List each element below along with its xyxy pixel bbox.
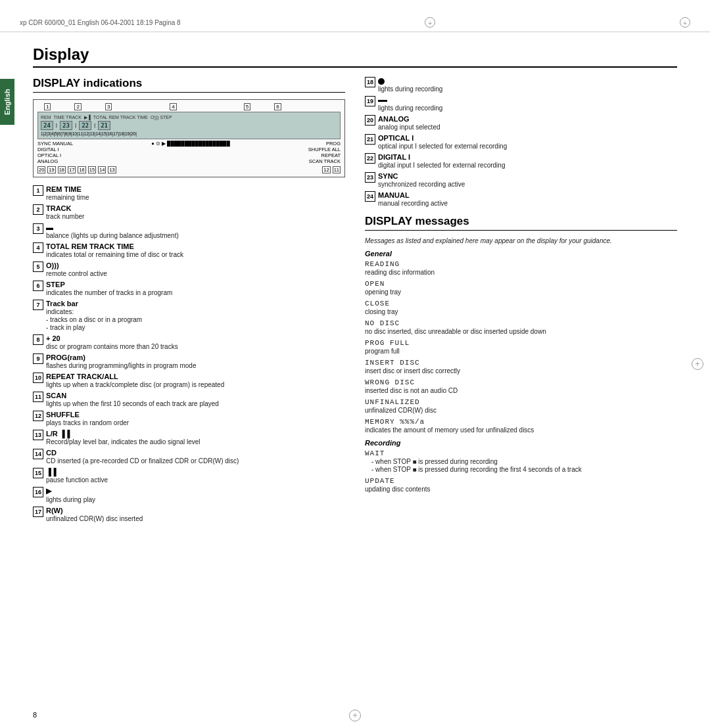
- item-3: 3 ▬ balance (lights up during balance ad…: [33, 223, 345, 239]
- general-subsection-title: General: [365, 250, 677, 258]
- item-12: 12 SHUFFLE plays tracks in random order: [33, 411, 345, 426]
- item-9: 9 PROG(ram) flashes during programming/l…: [33, 353, 345, 369]
- top-bar: xp CDR 600/00_01 English 06-04-2001 18:1…: [0, 13, 710, 32]
- msg-wait: WAIT - when STOP ■ is pressed during rec…: [365, 449, 677, 473]
- item-19: 19 lights during recording: [365, 96, 677, 112]
- item-16: 16 ▶ lights during play: [33, 487, 345, 503]
- item-18: 18 lights during recording: [365, 77, 677, 93]
- left-column: DISPLAY indications 1 2 3 4 5 6: [33, 77, 345, 526]
- top-crosshair-left: +: [425, 17, 435, 28]
- page-title: Display: [33, 45, 677, 68]
- diag-num-3: 3: [105, 103, 112, 110]
- item-13: 13 L/R ▐▐ Record/play level bar, indicat…: [33, 430, 345, 445]
- item-20: 20 ANALOG analog input selected: [365, 115, 677, 131]
- msg-open: OPEN opening tray: [365, 280, 677, 296]
- item-4: 4 TOTAL REM TRACK TIME indicates total o…: [33, 242, 345, 258]
- diag-num-6: 6: [274, 103, 281, 110]
- item-24: 24 MANUAL manual recording active: [365, 191, 677, 207]
- item-8: 8 + 20 disc or program contains more tha…: [33, 334, 345, 350]
- msg-no-disc: NO DISC no disc inserted, disc unreadabl…: [365, 319, 677, 335]
- item-6: 6 STEP indicates the number of tracks in…: [33, 281, 345, 296]
- main-content: Display DISPLAY indications 1 2 3 4 5: [0, 32, 710, 539]
- bullet-icon: [378, 78, 385, 85]
- page-wrapper: xp CDR 600/00_01 English 06-04-2001 18:1…: [0, 0, 710, 728]
- right-column: 18 lights during recording 19: [365, 77, 677, 526]
- item-7: 7 Track bar indicates: - tracks on a dis…: [33, 300, 345, 331]
- top-crosshair-right: +: [680, 17, 690, 28]
- display-indications-title: DISPLAY indications: [33, 77, 345, 93]
- item-14: 14 CD CD inserted (a pre-recorded CD or …: [33, 449, 345, 465]
- display-diagram: 1 2 3 4 5 6 REM TIME TRACK: [33, 99, 345, 177]
- msg-memory: MEMORY %%%/a indicates the amount of mem…: [365, 418, 677, 434]
- display-indications-list: 1 REM TIME remaining time 2 TRACK track …: [33, 185, 345, 522]
- diag-num-1: 1: [44, 103, 51, 110]
- recording-subsection-title: Recording: [365, 439, 677, 447]
- display-messages-section: DISPLAY messages Messages as listed and …: [365, 215, 677, 493]
- diag-num-5: 5: [244, 103, 250, 110]
- topbar-text: xp CDR 600/00_01 English 06-04-2001 18:1…: [20, 19, 181, 26]
- item-2: 2 TRACK track number: [33, 204, 345, 220]
- messages-intro: Messages as listed and explained here ma…: [365, 237, 677, 244]
- msg-close: CLOSE closing tray: [365, 300, 677, 315]
- item-15: 15 ▐▐ pause function active: [33, 468, 345, 484]
- item-1: 1 REM TIME remaining time: [33, 185, 345, 201]
- bottom-crosshair: +: [349, 710, 361, 721]
- item-23: 23 SYNC synchronized recording active: [365, 172, 677, 188]
- display-messages-title: DISPLAY messages: [365, 215, 677, 231]
- msg-insert-disc: INSERT DISC insert disc or insert disc c…: [365, 359, 677, 375]
- diag-num-2: 2: [74, 103, 81, 110]
- item-5: 5 O))) remote control active: [33, 262, 345, 277]
- item-10: 10 REPEAT TRACK/ALL lights up when a tra…: [33, 373, 345, 388]
- page-number: 8: [33, 711, 37, 719]
- item-17: 17 R(W) unfinalized CDR(W) disc inserted: [33, 507, 345, 522]
- item-22: 22 DIGITAL I digital input I selected fo…: [365, 153, 677, 169]
- item-21: 21 OPTICAL I optical input I selected fo…: [365, 134, 677, 150]
- item-11: 11 SCAN lights up when the first 10 seco…: [33, 392, 345, 407]
- diag-track-label: 1|2|3|4|5|6|7|8|9|10|11|12|13|14|15|16|1…: [41, 131, 137, 136]
- right-items-list: 18 lights during recording 19: [365, 77, 677, 207]
- diag-num-4: 4: [170, 103, 176, 110]
- msg-reading: READING reading disc information: [365, 260, 677, 276]
- msg-prog-full: PROG FULL program full: [365, 339, 677, 355]
- msg-unfinalized: UNFINALIZED unfinalized CDR(W) disc: [365, 398, 677, 414]
- msg-update: UPDATE updating disc contents: [365, 477, 677, 493]
- two-column-layout: DISPLAY indications 1 2 3 4 5 6: [33, 77, 677, 526]
- dash-icon: [378, 100, 387, 102]
- msg-wrong-disc: WRONG DISC inserted disc is not an audio…: [365, 378, 677, 394]
